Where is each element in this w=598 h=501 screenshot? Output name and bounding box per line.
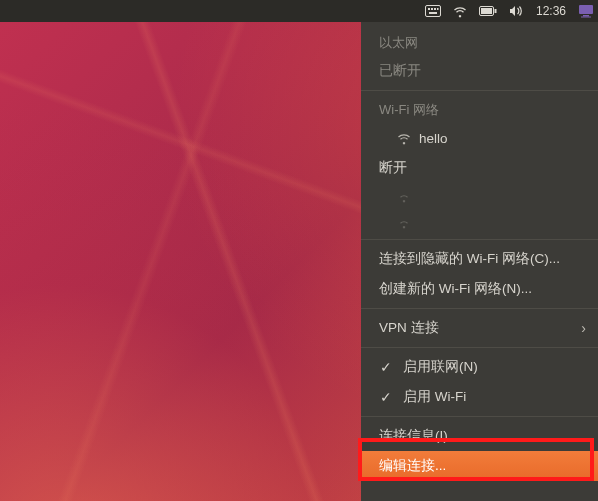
wifi-icon xyxy=(453,4,467,18)
monitor-icon xyxy=(578,4,594,18)
battery-indicator[interactable] xyxy=(479,6,497,16)
create-new-text: 创建新的 Wi-Fi 网络(N)... xyxy=(379,280,532,298)
svg-rect-9 xyxy=(579,5,593,14)
separator xyxy=(361,308,598,309)
keyboard-icon xyxy=(425,5,441,17)
svg-rect-4 xyxy=(437,8,439,10)
ethernet-section-header: 以太网 xyxy=(361,28,598,56)
svg-rect-5 xyxy=(429,12,437,14)
svg-rect-1 xyxy=(428,8,430,10)
connect-hidden-wifi-item[interactable]: 连接到隐藏的 Wi-Fi 网络(C)... xyxy=(361,244,598,274)
connection-info-text: 连接信息(I) xyxy=(379,427,448,445)
svg-rect-10 xyxy=(583,15,589,17)
separator xyxy=(361,347,598,348)
enable-wifi-toggle[interactable]: ✓ 启用 Wi-Fi xyxy=(361,382,598,412)
chevron-right-icon: › xyxy=(581,320,586,336)
wifi-disconnect-item[interactable]: 断开 xyxy=(361,153,598,183)
svg-rect-11 xyxy=(581,17,591,18)
ethernet-disconnected-item: 已断开 xyxy=(361,56,598,86)
svg-rect-0 xyxy=(425,6,440,17)
enable-networking-toggle[interactable]: ✓ 启用联网(N) xyxy=(361,352,598,382)
svg-rect-2 xyxy=(431,8,433,10)
wifi-signal-icon xyxy=(397,189,411,203)
connect-hidden-text: 连接到隐藏的 Wi-Fi 网络(C)... xyxy=(379,250,560,268)
wifi-signal-icon xyxy=(397,215,411,229)
svg-rect-7 xyxy=(494,9,496,13)
enable-networking-text: 启用联网(N) xyxy=(403,358,478,376)
wifi-network-hello[interactable]: hello xyxy=(361,123,598,153)
svg-rect-3 xyxy=(434,8,436,10)
wifi-signal-icon xyxy=(397,131,411,145)
edit-connections-text: 编辑连接... xyxy=(379,457,446,475)
keyboard-indicator[interactable] xyxy=(425,5,441,17)
wifi-empty-slot-1 xyxy=(361,183,598,209)
separator xyxy=(361,90,598,91)
top-panel: 12:36 xyxy=(0,0,598,22)
separator xyxy=(361,416,598,417)
clock[interactable]: 12:36 xyxy=(536,4,566,18)
battery-icon xyxy=(479,6,497,16)
separator xyxy=(361,239,598,240)
network-menu: 以太网 已断开 Wi-Fi 网络 hello 断开 连接到隐藏的 Wi-Fi 网… xyxy=(361,22,598,501)
sound-indicator[interactable] xyxy=(509,5,524,17)
create-new-wifi-item[interactable]: 创建新的 Wi-Fi 网络(N)... xyxy=(361,274,598,304)
vpn-submenu-item[interactable]: VPN 连接 › xyxy=(361,313,598,343)
wifi-section-header: Wi-Fi 网络 xyxy=(361,95,598,123)
session-indicator[interactable] xyxy=(578,4,594,18)
network-indicator[interactable] xyxy=(453,4,467,18)
svg-rect-8 xyxy=(481,8,492,14)
checkmark-icon: ✓ xyxy=(379,389,393,405)
vpn-text: VPN 连接 xyxy=(379,319,439,337)
wifi-disconnect-text: 断开 xyxy=(379,159,407,177)
checkmark-icon: ✓ xyxy=(379,359,393,375)
wifi-network-name: hello xyxy=(419,131,448,146)
ethernet-status-text: 已断开 xyxy=(379,62,421,80)
wifi-empty-slot-2 xyxy=(361,209,598,235)
connection-info-item[interactable]: 连接信息(I) xyxy=(361,421,598,451)
enable-wifi-text: 启用 Wi-Fi xyxy=(403,388,466,406)
edit-connections-item[interactable]: 编辑连接... xyxy=(361,451,598,481)
volume-icon xyxy=(509,5,524,17)
